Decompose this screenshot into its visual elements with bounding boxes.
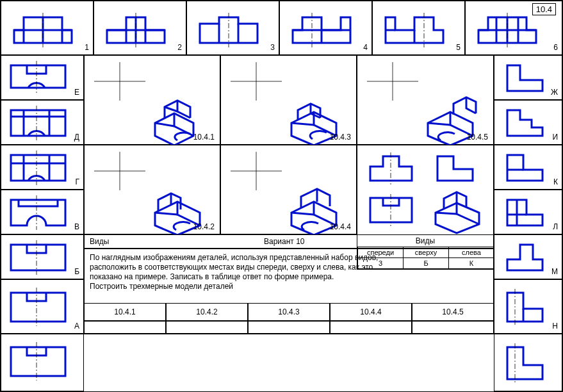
left-cell-A-ext [1, 334, 84, 391]
front-view-icon [466, 1, 563, 56]
right-cell-M: М [494, 234, 562, 279]
left-cell-A: А [1, 279, 84, 334]
left-cell-D: Д [1, 100, 84, 145]
front-view-icon [373, 1, 466, 56]
answer-field-1[interactable] [84, 321, 166, 334]
bottom-strip [1, 334, 562, 391]
top-cell-2: 2 [94, 1, 186, 55]
right-cell-N: Н [494, 279, 562, 334]
top-num-4: 4 [363, 43, 368, 52]
bottom-label-2: 10.4.2 [167, 307, 247, 316]
left-label-G: Г [76, 177, 80, 186]
engineering-drawing-page: 10.4 1 2 3 [0, 0, 563, 392]
top-view-icon [1, 235, 85, 280]
example-side-view-icon [431, 149, 489, 187]
left-cell-G: Г [1, 145, 84, 190]
top-num-3: 3 [270, 43, 275, 52]
iso-cell-5: 10.4.5 [357, 55, 494, 145]
example-top-view-icon [364, 190, 421, 229]
top-view-icon [1, 334, 85, 392]
iso-label-4: 10.4.4 [330, 222, 351, 231]
bottom-cell-1: 10.4.1 [84, 303, 166, 321]
iso-label-3: 10.4.3 [330, 133, 351, 142]
top-view-icon [1, 280, 85, 334]
title-row: Виды Вариант 10 [84, 234, 494, 249]
bottom-label-4: 10.4.4 [330, 307, 411, 316]
left-label-B: Б [74, 267, 79, 276]
bottom-label-5: 10.4.5 [412, 307, 493, 316]
side-view-icon [494, 334, 563, 392]
svg-rect-15 [11, 293, 65, 322]
right-cell-I: И [494, 100, 562, 145]
right-label-N: Н [552, 322, 558, 331]
iso-cell-2: 10.4.2 [84, 145, 220, 234]
answer-field-5[interactable] [412, 321, 494, 334]
svg-rect-6 [11, 65, 65, 88]
left-cell-V: В [1, 190, 84, 234]
left-label-A: А [74, 322, 79, 331]
svg-rect-35 [11, 347, 65, 376]
right-cell-K: К [494, 145, 562, 190]
bottom-cell-3: 10.4.3 [248, 303, 330, 321]
bottom-label-1: 10.4.1 [85, 307, 165, 316]
top-num-6: 6 [553, 43, 558, 52]
right-label-M: М [551, 267, 558, 276]
answer-field-2[interactable] [166, 321, 248, 334]
bottom-cell-5: 10.4.5 [412, 303, 494, 321]
right-label-L: Л [553, 222, 558, 231]
example-isometric-icon [428, 187, 492, 235]
iso-label-5: 10.4.5 [467, 133, 488, 142]
iso-cell-4: 10.4.4 [220, 145, 357, 234]
svg-rect-33 [370, 198, 412, 222]
iso-label-2: 10.4.2 [193, 222, 215, 231]
title-views: Виды [90, 237, 109, 246]
side-view-icon [494, 145, 563, 190]
top-cell-3: 3 [186, 1, 279, 55]
top-view-icon [1, 56, 85, 101]
right-cell-L: Л [494, 190, 562, 234]
right-label-K: К [553, 177, 558, 186]
top-num-1: 1 [85, 43, 89, 52]
instruction-text: По наглядным изображениям деталей, испол… [90, 253, 488, 291]
right-label-Zh: Ж [551, 88, 558, 97]
iso-cell-3: 10.4.3 [220, 55, 357, 145]
left-label-E: Е [74, 88, 79, 97]
iso-cell-1: 10.4.1 [84, 55, 220, 145]
top-cell-4: 4 [279, 1, 372, 55]
top-view-icon [1, 101, 85, 145]
answer-field-3[interactable] [248, 321, 330, 334]
left-label-V: В [74, 222, 79, 231]
top-view-icon [1, 190, 85, 235]
right-cell-N-ext [494, 334, 562, 391]
bottom-cell-4: 10.4.4 [330, 303, 412, 321]
bottom-label-3: 10.4.3 [249, 307, 329, 316]
top-cell-5: 5 [372, 1, 465, 55]
top-num-2: 2 [177, 43, 182, 52]
left-cell-E: Е [1, 55, 84, 100]
instruction-block: По наглядным изображениям деталей, испол… [84, 249, 494, 303]
top-cell-6: 6 [465, 1, 562, 55]
example-front-view-icon [364, 149, 421, 187]
answer-field-4[interactable] [330, 321, 412, 334]
left-label-D: Д [74, 133, 79, 142]
bottom-cell-2: 10.4.2 [166, 303, 248, 321]
front-view-icon [187, 1, 280, 56]
svg-rect-13 [11, 245, 65, 270]
front-view-icon [94, 1, 187, 56]
front-view-icon [280, 1, 373, 56]
right-cell-Zh: Ж [494, 55, 562, 100]
iso-label-1: 10.4.1 [193, 133, 215, 142]
top-cell-1: 1 [1, 1, 94, 55]
right-label-I: И [552, 133, 558, 142]
top-num-5: 5 [456, 43, 461, 52]
title-variant: Вариант 10 [264, 237, 305, 246]
left-cell-B: Б [1, 234, 84, 279]
top-view-icon [1, 145, 85, 190]
front-view-icon [1, 1, 94, 56]
